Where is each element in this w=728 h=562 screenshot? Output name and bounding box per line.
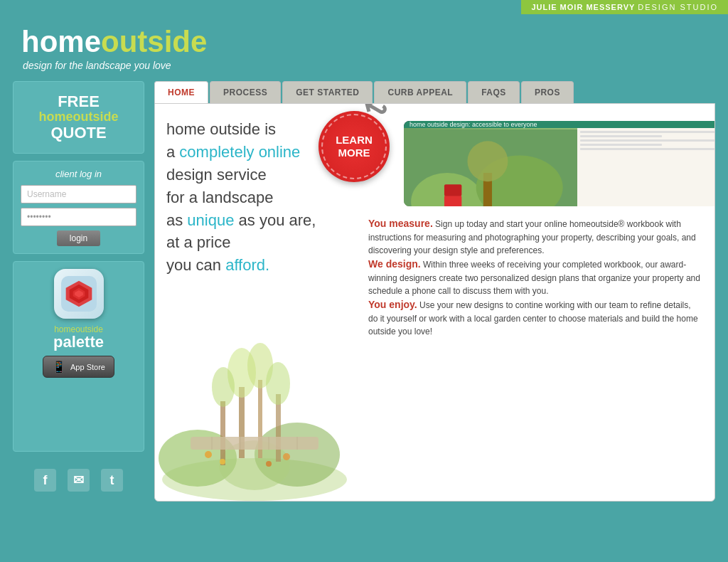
- preview-garden-svg: [404, 128, 577, 206]
- studio-name: JULIE MOIR MESSERVY: [531, 3, 635, 11]
- section-highlight-1: We design.: [368, 258, 421, 270]
- section-block-2: You enjoy. Use your new designs to conti…: [368, 297, 700, 338]
- login-title: client log in: [21, 169, 136, 179]
- learn-more-badge[interactable]: LEARN MORE ↩: [318, 111, 390, 182]
- section-highlight-0: You measure.: [368, 218, 433, 229]
- landscape-svg: [155, 273, 354, 501]
- header: homeoutside design for the landscape you…: [0, 14, 728, 78]
- social-bar: f ✉ t: [13, 459, 144, 502]
- quote-label: QUOTE: [21, 124, 136, 142]
- studio-badge: JULIE MOIR MESSERVY DESIGN STUDIO: [521, 0, 728, 14]
- homeoutside-label: homeoutside: [21, 110, 136, 124]
- right-panel: LEARN MORE ↩ home outside design: access…: [354, 104, 714, 501]
- palette-box: homeoutside palette 📱 App Store: [13, 261, 144, 452]
- preview-image: [404, 128, 577, 206]
- logo: homeoutside: [21, 27, 714, 57]
- preview-line-1: [580, 131, 715, 133]
- svg-rect-11: [220, 401, 225, 465]
- hero-highlight-unique: unique: [187, 211, 234, 229]
- hero-line5-suffix: as you are,: [234, 211, 316, 229]
- content-area: HOMEPROCESSGET STARTEDCURB APPEALFAQsPRO…: [154, 81, 715, 502]
- preview-text-area: [577, 128, 715, 206]
- main-layout: FREE homeoutside QUOTE client log in log…: [0, 81, 728, 502]
- svg-rect-32: [444, 184, 461, 196]
- hero-line7-prefix: you can: [166, 256, 225, 274]
- svg-point-22: [205, 451, 212, 458]
- palette-icon: [54, 269, 104, 319]
- sidebar: FREE homeoutside QUOTE client log in log…: [13, 81, 144, 502]
- svg-point-30: [467, 141, 508, 181]
- svg-point-15: [212, 367, 235, 407]
- nav-item-faqs[interactable]: FAQs: [468, 81, 520, 103]
- section-block-0: You measure. Sign up today and start you…: [368, 216, 700, 257]
- hero-line3: design service: [166, 166, 267, 184]
- facebook-icon[interactable]: f: [34, 469, 56, 492]
- section-block-1: We design. Within three weeks of receivi…: [368, 257, 700, 297]
- top-bar: JULIE MOIR MESSERVY DESIGN STUDIO: [0, 0, 728, 14]
- hero-line4: for a landscape: [166, 189, 273, 206]
- studio-suffix: DESIGN STUDIO: [638, 3, 718, 11]
- login-box: client log in login: [13, 161, 144, 254]
- free-label: FREE: [21, 93, 136, 110]
- twitter-icon[interactable]: t: [101, 469, 123, 492]
- palette-app-icon: [61, 276, 97, 312]
- preview-bar-text: home outside design: accessible to every…: [410, 121, 537, 128]
- hero-highlight-online: completely online: [179, 143, 300, 161]
- hero-highlight-afford: afford.: [225, 256, 269, 274]
- nav-item-home[interactable]: HOME: [154, 81, 208, 103]
- logo-home: home: [21, 25, 101, 58]
- svg-point-25: [266, 461, 272, 467]
- svg-point-23: [220, 459, 225, 465]
- section-highlight-2: You enjoy.: [368, 299, 417, 310]
- main-panel: home outside is a completely online desi…: [154, 103, 715, 502]
- preview-line-4: [580, 144, 662, 146]
- hero-line1: home outside is: [166, 120, 276, 138]
- password-input[interactable]: [21, 208, 136, 226]
- svg-point-16: [266, 362, 290, 405]
- arrow-decoration: ↩: [345, 103, 406, 136]
- nav-bar: HOMEPROCESSGET STARTEDCURB APPEALFAQsPRO…: [154, 81, 715, 103]
- app-store-label: App Store: [70, 363, 105, 371]
- nav-item-curb-appeal[interactable]: CURB APPEAL: [374, 81, 466, 103]
- svg-rect-17: [191, 437, 318, 450]
- nav-item-get-started[interactable]: GET STARTED: [282, 81, 373, 103]
- nav-item-process[interactable]: PROCESS: [210, 81, 281, 103]
- preview-line-3: [580, 139, 715, 142]
- product-preview: home outside design: accessible to every…: [404, 121, 715, 206]
- phone-icon: 📱: [52, 360, 66, 373]
- nav-item-pros[interactable]: PROs: [521, 81, 574, 103]
- sections-container: You measure. Sign up today and start you…: [368, 216, 700, 338]
- section-text-2: Use your new designs to contine working …: [368, 300, 698, 336]
- quote-box[interactable]: FREE homeoutside QUOTE: [13, 81, 144, 154]
- preview-bar: home outside design: accessible to every…: [404, 121, 715, 128]
- hero-line6: at a price: [166, 233, 231, 251]
- app-store-button[interactable]: 📱 App Store: [43, 356, 114, 378]
- hero-line5-prefix: as: [166, 211, 187, 229]
- landscape-sketch: [155, 273, 354, 501]
- preview-line-2: [580, 135, 662, 137]
- tagline: design for the landscape you love: [23, 60, 714, 71]
- svg-rect-31: [444, 194, 461, 206]
- logo-outside: outside: [101, 25, 207, 58]
- preview-content: [404, 128, 715, 206]
- learn-more-line2: MORE: [338, 147, 370, 159]
- hero-text: home outside is a completely online desi…: [166, 118, 343, 277]
- hero-line2-prefix: a: [166, 143, 179, 161]
- learn-more-line1: LEARN: [336, 134, 373, 147]
- email-icon[interactable]: ✉: [68, 469, 90, 492]
- svg-point-24: [283, 453, 290, 460]
- preview-line-5: [580, 148, 715, 150]
- login-button[interactable]: login: [57, 230, 100, 246]
- palette-label-main: palette: [21, 334, 136, 350]
- username-input[interactable]: [21, 185, 136, 203]
